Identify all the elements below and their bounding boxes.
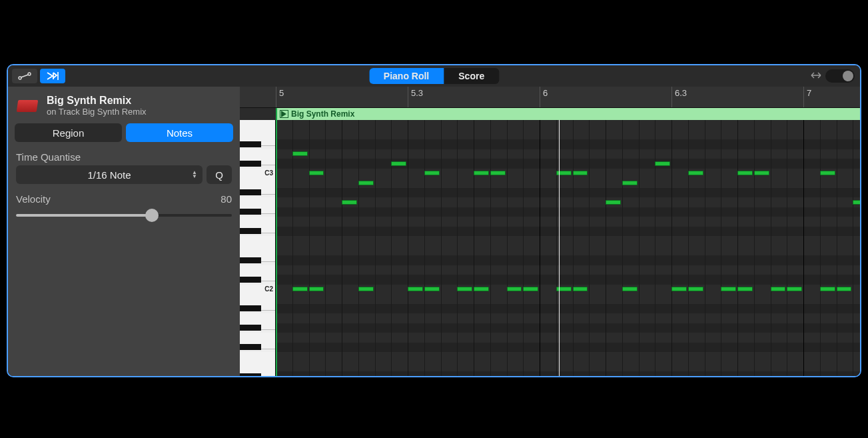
midi-note[interactable] (424, 171, 440, 175)
piano-keyboard[interactable]: C3C2 (240, 120, 276, 376)
callout-top-1 (113, 0, 113, 64)
key-label: C3 (264, 169, 274, 178)
select-stepper-icon: ▲▼ (192, 171, 197, 179)
region-name-label: Big Synth Remix (291, 109, 354, 119)
note-grid[interactable] (276, 120, 860, 376)
callout-bottom-bracket-2 (266, 383, 861, 396)
midi-note[interactable] (523, 287, 538, 291)
midi-note[interactable] (573, 171, 588, 175)
tab-score[interactable]: Score (444, 68, 499, 84)
time-quantise-value: 1/16 Note (87, 169, 131, 181)
midi-note[interactable] (358, 181, 374, 185)
midi-note[interactable] (837, 287, 852, 291)
svg-line-2 (21, 75, 29, 77)
callout-bottom-stem-2 (561, 396, 562, 438)
midi-note[interactable] (671, 287, 687, 291)
midi-note[interactable] (408, 287, 423, 291)
midi-note[interactable] (721, 287, 736, 291)
zoom-knob[interactable] (843, 71, 853, 81)
ruler-tick: 5 (276, 87, 284, 107)
midi-note[interactable] (655, 161, 670, 166)
quantise-button[interactable]: Q (207, 165, 232, 184)
velocity-label: Velocity (16, 193, 51, 205)
midi-note[interactable] (820, 171, 835, 175)
midi-note[interactable] (688, 287, 703, 291)
midi-note[interactable] (292, 287, 308, 291)
ruler-tick: 6.3 (671, 87, 687, 107)
region-title: Big Synth Remix (47, 95, 147, 107)
midi-note[interactable] (309, 287, 324, 291)
time-ruler[interactable]: 55.366.37 (240, 87, 860, 108)
track-instrument-icon (15, 96, 40, 116)
tab-notes[interactable]: Notes (126, 123, 233, 142)
midi-note[interactable] (507, 287, 522, 291)
velocity-slider[interactable] (16, 207, 232, 223)
piano-roll-editor: Piano Roll Score Big Synth Remix on Trac… (7, 64, 861, 377)
midi-note[interactable] (474, 171, 489, 175)
midi-note[interactable] (787, 287, 802, 291)
midi-note[interactable] (424, 287, 440, 291)
midi-note[interactable] (820, 287, 835, 291)
midi-note[interactable] (474, 287, 489, 291)
region-name-bar[interactable]: Big Synth Remix (276, 108, 860, 120)
time-quantise-label: Time Quantise (16, 151, 232, 163)
midi-note[interactable] (358, 287, 374, 291)
velocity-value: 80 (220, 193, 232, 205)
inspector-header: Big Synth Remix on Track Big Synth Remix (8, 91, 240, 119)
piano-roll-area: 55.366.37 Big Synth Remix C3C2 (240, 87, 860, 376)
callout-bottom-stem-1 (110, 396, 111, 438)
midi-note[interactable] (853, 200, 860, 205)
view-mode-segment: Piano Roll Score (369, 68, 499, 84)
velocity-handle[interactable] (145, 209, 159, 222)
horizontal-zoom-icon (811, 70, 821, 82)
note-grid-container: C3C2 (240, 120, 860, 376)
midi-note[interactable] (622, 181, 638, 185)
midi-note[interactable] (737, 287, 753, 291)
midi-note[interactable] (606, 200, 621, 205)
tab-region[interactable]: Region (15, 123, 122, 142)
region-header-bar: Big Synth Remix (240, 108, 860, 120)
callout-top-2 (348, 0, 348, 64)
midi-note[interactable] (342, 200, 357, 205)
midi-note[interactable] (771, 287, 786, 291)
key-label: C2 (264, 285, 274, 294)
midi-note[interactable] (622, 287, 638, 291)
midi-note[interactable] (490, 171, 506, 175)
tab-piano-roll[interactable]: Piano Roll (369, 68, 444, 84)
midi-note[interactable] (292, 151, 308, 156)
midi-note[interactable] (309, 171, 324, 175)
ruler-tick: 7 (803, 87, 811, 107)
time-quantise-select[interactable]: 1/16 Note ▲▼ (16, 165, 203, 184)
ruler-tick: 5.3 (408, 87, 423, 107)
region-subtitle: on Track Big Synth Remix (47, 107, 147, 117)
midi-note[interactable] (457, 287, 472, 291)
toolbar-left-group (8, 69, 65, 83)
midi-note[interactable] (754, 171, 769, 175)
horizontal-zoom-slider[interactable] (825, 69, 855, 83)
automation-tool-button[interactable] (12, 69, 37, 83)
midi-note[interactable] (556, 171, 572, 175)
callout-bottom-bracket-1 (7, 383, 240, 396)
midi-note[interactable] (688, 171, 703, 175)
toolbar-right-group (811, 69, 855, 83)
inspector-tabs: Region Notes (8, 119, 240, 149)
midi-note[interactable] (573, 287, 588, 291)
midi-note[interactable] (556, 287, 572, 291)
ruler-tick: 6 (540, 87, 548, 107)
inspector-panel: Big Synth Remix on Track Big Synth Remix… (8, 87, 240, 376)
playhead[interactable] (559, 120, 560, 376)
region-play-icon (280, 110, 288, 118)
midi-note[interactable] (737, 171, 753, 175)
catch-playhead-button[interactable] (40, 69, 65, 83)
editor-toolbar: Piano Roll Score (8, 65, 860, 87)
midi-note[interactable] (391, 161, 406, 166)
